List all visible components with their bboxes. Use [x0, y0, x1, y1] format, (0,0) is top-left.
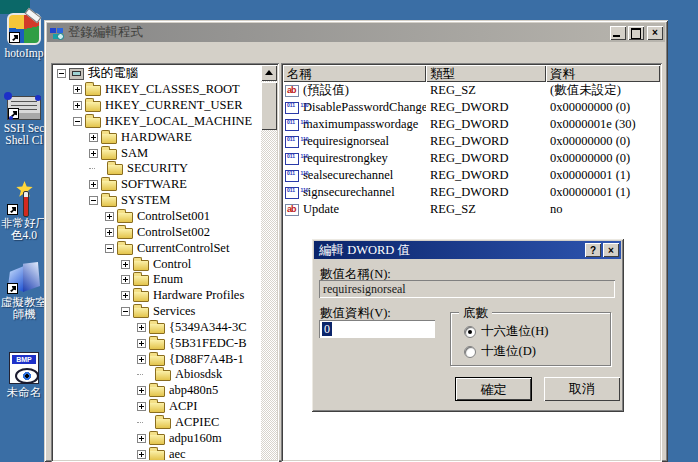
desktop: hotoImpSSH SecShell Cl非常好厂色4.0虛擬教室師機BMP未… [0, 0, 698, 462]
tree-item[interactable]: {5349A344-3C [54, 320, 260, 336]
expand-plus-icon[interactable] [137, 323, 146, 332]
desktop-icon-vclass[interactable]: 虛擬教室師機 [0, 262, 48, 320]
collapse-minus-icon[interactable] [121, 307, 130, 316]
tree-item[interactable]: SYSTEM [54, 193, 260, 209]
registry-value-row[interactable]: requirestrongkeyREG_DWORD0x00000000 (0) [283, 150, 660, 167]
registry-value-row[interactable]: DisablePasswordChangeREG_DWORD0x00000000… [283, 99, 660, 116]
tree-item-label: Control [153, 257, 191, 272]
expand-plus-icon[interactable] [89, 149, 98, 158]
tree-item[interactable]: Control [54, 256, 260, 272]
registry-value-row[interactable]: UpdateREG_SZno [283, 201, 660, 218]
tree-item[interactable]: ControlSet002 [54, 224, 260, 240]
folder-icon [133, 260, 149, 271]
expand-plus-icon[interactable] [137, 355, 146, 364]
expand-plus-icon[interactable] [89, 180, 98, 189]
dialog-titlebar[interactable]: 編輯 DWORD 值 ? × [314, 241, 621, 259]
selected-text: 0 [322, 322, 332, 336]
hex-radio-option[interactable]: 十六進位(H) [464, 323, 548, 340]
tree-item[interactable]: HKEY_CLASSES_ROOT [54, 82, 260, 98]
desktop-icon-label: 師機 [0, 308, 48, 320]
help-button[interactable]: ? [585, 243, 601, 257]
expand-plus-icon[interactable] [137, 450, 146, 459]
desktop-icon-label: SSH Sec [0, 122, 48, 134]
tree-item[interactable]: Abiosdsk [54, 367, 260, 383]
value-type-cell: REG_SZ [426, 83, 546, 98]
window-titlebar[interactable]: 登錄編輯程式 × [47, 23, 665, 42]
expand-plus-icon[interactable] [137, 402, 146, 411]
hex-radio-button[interactable] [464, 326, 476, 338]
scroll-up-button[interactable] [261, 65, 277, 81]
expand-plus-icon[interactable] [105, 212, 114, 221]
expand-plus-icon[interactable] [121, 275, 130, 284]
tree-item[interactable]: {5B31FEDC-B [54, 335, 260, 351]
reg-sz-icon [285, 85, 299, 97]
dialog-close-button[interactable]: × [603, 243, 619, 257]
column-header-name[interactable]: 名稱 [283, 65, 426, 82]
tree-item[interactable]: aec [54, 446, 260, 460]
tree-connector [137, 422, 143, 423]
tree-item[interactable]: {D88F7A4B-1 [54, 351, 260, 367]
collapse-minus-icon[interactable] [89, 196, 98, 205]
value-name-text: requiresignorseal [303, 134, 389, 149]
cancel-button[interactable]: 取消 [544, 377, 620, 401]
value-data-cell: 0x00000000 (0) [546, 100, 660, 115]
minimize-button[interactable] [610, 26, 626, 40]
tree-item[interactable]: HKEY_LOCAL_MACHINE [54, 114, 260, 130]
tree-item-label: SAM [121, 146, 148, 161]
scrollbar-thumb[interactable] [261, 82, 277, 130]
registry-value-row[interactable]: (預設值)REG_SZ(數值未設定) [283, 82, 660, 99]
desktop-icon-bmp[interactable]: BMP未命名 [0, 352, 48, 398]
registry-value-row[interactable]: sealsecurechannelREG_DWORD0x00000001 (1) [283, 167, 660, 184]
computer-icon [69, 68, 84, 80]
tree-item[interactable]: SAM [54, 145, 260, 161]
column-header-type[interactable]: 類型 [426, 65, 546, 82]
dec-radio-button[interactable] [464, 346, 476, 358]
tree-item[interactable]: Services [54, 304, 260, 320]
tree-item[interactable]: 我的電腦 [54, 66, 260, 82]
tree-item[interactable]: ControlSet001 [54, 209, 260, 225]
tree-item[interactable]: SOFTWARE [54, 177, 260, 193]
expand-plus-icon[interactable] [121, 291, 130, 300]
tree-item[interactable]: SECURITY [54, 161, 260, 177]
value-data-input[interactable]: 0 [319, 320, 435, 338]
registry-value-row[interactable]: signsecurechannelREG_DWORD0x00000001 (1) [283, 184, 660, 201]
tree-item-label: ACPIEC [175, 415, 219, 430]
expand-plus-icon[interactable] [73, 85, 82, 94]
expand-plus-icon[interactable] [137, 339, 146, 348]
expand-plus-icon[interactable] [89, 133, 98, 142]
tree-item[interactable]: ACPI [54, 399, 260, 415]
ok-button[interactable]: 確定 [455, 377, 532, 401]
value-name-field[interactable]: requiresignorseal [319, 280, 615, 298]
desktop-icon-ssh[interactable]: SSH SecShell Cl [0, 90, 48, 146]
tree-item[interactable]: Enum [54, 272, 260, 288]
expand-plus-icon[interactable] [105, 228, 114, 237]
desktop-icon-photoimpact[interactable]: hotoImp [0, 13, 48, 59]
registry-value-row[interactable]: maximumpasswordageREG_DWORD0x0000001e (3… [283, 116, 660, 133]
tree-item[interactable]: HKEY_CURRENT_USER [54, 98, 260, 114]
column-header-data[interactable]: 資料 [546, 65, 660, 82]
registry-value-row[interactable]: requiresignorsealREG_DWORD0x00000000 (0) [283, 133, 660, 150]
tree-item[interactable]: Hardware Profiles [54, 288, 260, 304]
tree-item[interactable]: adpu160m [54, 430, 260, 446]
ok-button-face[interactable]: 確定 [456, 378, 531, 400]
tree-item[interactable]: abp480n5 [54, 383, 260, 399]
collapse-minus-icon[interactable] [57, 69, 66, 78]
collapse-minus-icon[interactable] [105, 244, 114, 253]
expand-plus-icon[interactable] [137, 386, 146, 395]
tree-item-label: SYSTEM [121, 193, 170, 208]
expand-plus-icon[interactable] [137, 434, 146, 443]
tree-item[interactable]: HARDWARE [54, 129, 260, 145]
tree-vertical-scrollbar[interactable] [261, 65, 277, 460]
expand-plus-icon[interactable] [121, 260, 130, 269]
tree-item[interactable]: ACPIEC [54, 415, 260, 431]
close-button[interactable]: × [647, 26, 663, 40]
photoimpact-icon [7, 13, 41, 45]
expand-plus-icon[interactable] [73, 101, 82, 110]
desktop-icon-wand[interactable]: 非常好厂色4.0 [0, 183, 48, 241]
collapse-minus-icon[interactable] [73, 117, 82, 126]
maximize-button[interactable] [628, 26, 644, 40]
desktop-icon-label: 非常好厂 [0, 217, 48, 229]
reg-dword-icon [285, 153, 299, 165]
dec-radio-option[interactable]: 十進位(D) [464, 343, 536, 360]
tree-item[interactable]: CurrentControlSet [54, 240, 260, 256]
